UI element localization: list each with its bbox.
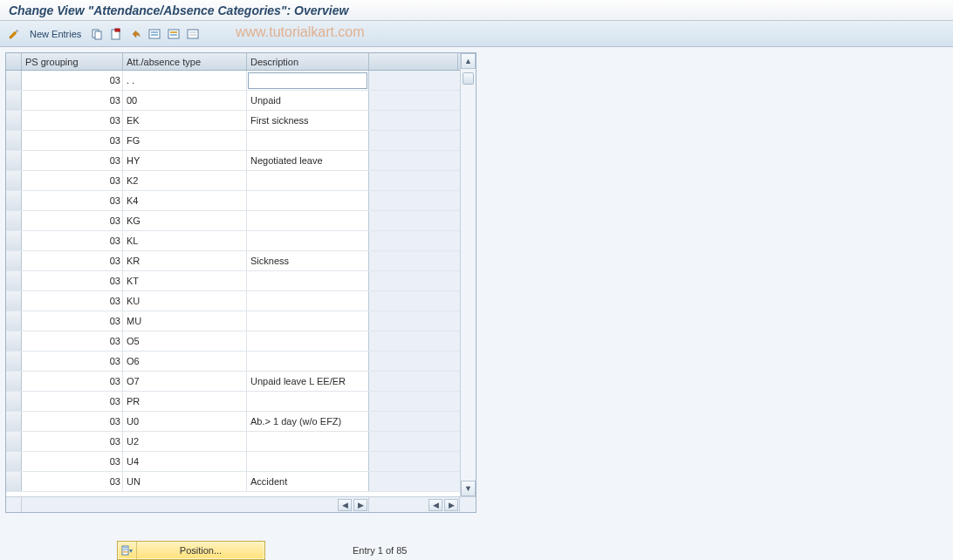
cell-description[interactable] bbox=[247, 231, 369, 250]
row-selector[interactable] bbox=[6, 432, 22, 451]
cell-ps-grouping[interactable]: 03 bbox=[22, 311, 123, 331]
copy-as-icon[interactable] bbox=[88, 25, 106, 43]
table-row[interactable]: 0300Unpaid bbox=[6, 91, 476, 111]
row-selector[interactable] bbox=[6, 452, 22, 471]
cell-description[interactable]: Unpaid leave L EE/ER bbox=[247, 372, 369, 391]
row-selector[interactable] bbox=[6, 111, 22, 130]
row-selector[interactable] bbox=[6, 251, 22, 270]
cell-description[interactable] bbox=[247, 452, 369, 471]
hscroll-left-arrow-icon[interactable]: ◀ bbox=[338, 499, 352, 511]
scroll-track[interactable] bbox=[461, 69, 476, 481]
cell-absence-type[interactable]: EK bbox=[123, 111, 247, 130]
cell-description[interactable]: First sickness bbox=[247, 111, 369, 130]
cell-absence-type[interactable]: KG bbox=[123, 211, 247, 230]
cell-absence-type[interactable]: MU bbox=[123, 311, 247, 331]
cell-description[interactable] bbox=[247, 352, 369, 371]
cell-ps-grouping[interactable]: 03 bbox=[22, 472, 123, 491]
cell-description[interactable]: Accident bbox=[247, 472, 369, 491]
cell-absence-type[interactable]: HY bbox=[123, 151, 247, 170]
deselect-all-icon[interactable] bbox=[184, 25, 202, 43]
table-row[interactable]: 03PR bbox=[6, 392, 476, 412]
cell-description[interactable] bbox=[247, 392, 369, 411]
table-row[interactable]: 03K4 bbox=[6, 191, 476, 211]
cell-description[interactable] bbox=[247, 211, 369, 230]
cell-absence-type[interactable]: U0 bbox=[123, 412, 247, 431]
cell-ps-grouping[interactable]: 03 bbox=[22, 271, 123, 290]
cell-ps-grouping[interactable]: 03 bbox=[22, 331, 123, 351]
row-selector[interactable] bbox=[6, 211, 22, 230]
row-selector[interactable] bbox=[6, 91, 22, 110]
cell-absence-type[interactable]: . . bbox=[123, 71, 247, 90]
select-all-icon[interactable] bbox=[146, 25, 163, 43]
column-att-absence-type[interactable]: Att./absence type bbox=[123, 53, 247, 70]
row-selector[interactable] bbox=[6, 151, 22, 170]
cell-description[interactable] bbox=[247, 171, 369, 190]
table-row[interactable]: 03KU bbox=[6, 291, 476, 311]
cell-ps-grouping[interactable]: 03 bbox=[22, 131, 123, 150]
table-row[interactable]: 03O7Unpaid leave L EE/ER bbox=[6, 372, 476, 392]
row-selector[interactable] bbox=[6, 271, 22, 290]
cell-ps-grouping[interactable]: 03 bbox=[22, 452, 123, 471]
table-row[interactable]: 03O6 bbox=[6, 352, 476, 372]
cell-ps-grouping[interactable]: 03 bbox=[22, 191, 123, 210]
row-selector[interactable] bbox=[6, 231, 22, 250]
cell-absence-type[interactable]: KR bbox=[123, 251, 247, 270]
cell-ps-grouping[interactable]: 03 bbox=[22, 412, 123, 431]
hscroll-left-arrow-icon[interactable]: ◀ bbox=[429, 499, 442, 511]
table-row[interactable]: 03 . . bbox=[6, 71, 476, 91]
delete-icon[interactable] bbox=[107, 25, 125, 43]
cell-description[interactable]: Sickness bbox=[247, 251, 369, 270]
scroll-up-arrow-icon[interactable]: ▲ bbox=[461, 53, 476, 69]
position-button[interactable]: Position... bbox=[117, 541, 265, 560]
row-selector[interactable] bbox=[6, 191, 22, 210]
row-selector[interactable] bbox=[6, 352, 22, 371]
cell-absence-type[interactable]: U4 bbox=[123, 452, 247, 471]
table-row[interactable]: 03KL bbox=[6, 231, 476, 251]
cell-absence-type[interactable]: PR bbox=[123, 392, 247, 411]
table-row[interactable]: 03KG bbox=[6, 211, 476, 231]
cell-description[interactable]: Negotiated leave bbox=[247, 151, 369, 170]
cell-absence-type[interactable]: UN bbox=[123, 472, 247, 491]
cell-absence-type[interactable]: K4 bbox=[123, 191, 247, 210]
cell-absence-type[interactable]: KT bbox=[123, 271, 247, 290]
cell-description[interactable] bbox=[247, 191, 369, 210]
cell-absence-type[interactable]: KL bbox=[123, 231, 247, 250]
column-ps-grouping[interactable]: PS grouping bbox=[22, 53, 123, 70]
cell-ps-grouping[interactable]: 03 bbox=[22, 392, 123, 411]
toggle-display-change-icon[interactable] bbox=[5, 25, 23, 43]
cell-ps-grouping[interactable]: 03 bbox=[22, 71, 123, 90]
cell-ps-grouping[interactable]: 03 bbox=[22, 432, 123, 451]
cell-absence-type[interactable]: O5 bbox=[123, 331, 247, 351]
cell-ps-grouping[interactable]: 03 bbox=[22, 171, 123, 190]
cell-absence-type[interactable]: FG bbox=[123, 131, 247, 150]
row-selector[interactable] bbox=[6, 412, 22, 431]
new-entries-button[interactable]: New Entries bbox=[24, 29, 86, 39]
scroll-down-arrow-icon[interactable]: ▼ bbox=[461, 481, 476, 496]
row-selector[interactable] bbox=[6, 171, 22, 190]
table-row[interactable]: 03UNAccident bbox=[6, 472, 476, 492]
table-row[interactable]: 03U4 bbox=[6, 452, 476, 472]
row-selector[interactable] bbox=[6, 311, 22, 331]
cell-ps-grouping[interactable]: 03 bbox=[22, 291, 123, 311]
table-row[interactable]: 03KT bbox=[6, 271, 476, 291]
select-block-icon[interactable] bbox=[165, 25, 182, 43]
cell-description[interactable]: Ab.> 1 day (w/o EFZ) bbox=[247, 412, 369, 431]
row-selector[interactable] bbox=[6, 291, 22, 311]
hscroll-right-arrow-icon[interactable]: ▶ bbox=[444, 499, 458, 511]
cell-absence-type[interactable]: 00 bbox=[123, 91, 247, 110]
row-selector[interactable] bbox=[6, 71, 22, 90]
cell-ps-grouping[interactable]: 03 bbox=[22, 151, 123, 170]
cell-ps-grouping[interactable]: 03 bbox=[22, 352, 123, 371]
table-row[interactable]: 03U2 bbox=[6, 432, 476, 452]
cell-absence-type[interactable]: U2 bbox=[123, 432, 247, 451]
table-row[interactable]: 03HYNegotiated leave bbox=[6, 151, 476, 171]
cell-ps-grouping[interactable]: 03 bbox=[22, 91, 123, 110]
row-selector[interactable] bbox=[6, 131, 22, 150]
column-selector[interactable] bbox=[6, 53, 22, 70]
cell-absence-type[interactable]: K2 bbox=[123, 171, 247, 190]
row-selector[interactable] bbox=[6, 392, 22, 411]
cell-absence-type[interactable]: O6 bbox=[123, 352, 247, 371]
cell-ps-grouping[interactable]: 03 bbox=[22, 251, 123, 270]
column-description[interactable]: Description bbox=[247, 53, 369, 70]
row-selector[interactable] bbox=[6, 331, 22, 351]
